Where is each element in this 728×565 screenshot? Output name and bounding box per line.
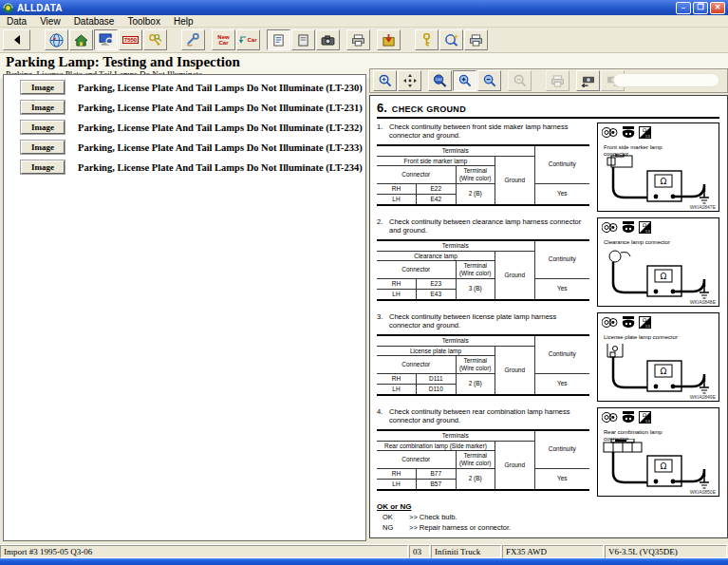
article-link[interactable]: Parking, License Plate And Tail Lamps Do… [78,83,363,93]
pan-button[interactable] [398,70,421,91]
keys-button[interactable] [143,29,167,50]
figure-code: WKIA0848E [690,299,716,305]
status-year: 03 [409,545,430,558]
menu-bar: Data View Database Toolbox Help [0,15,728,28]
zoom-out-button[interactable] [477,70,501,91]
article-list-panel: Image Parking, License Plate And Tail La… [3,74,366,541]
list-item: Image Parking, License Plate And Tail La… [21,160,365,174]
print-button[interactable] [346,29,370,50]
viewer-toolbar: 100 [369,68,728,93]
home-icon [74,34,88,47]
browser-button[interactable] [45,29,68,50]
outline-view-button[interactable] [291,29,315,50]
ohmmeter-icon: Ω1.5 [639,126,651,139]
repair-tools-button[interactable] [181,29,205,50]
continuity-test-drawing: Ω [602,344,725,397]
figure-icons: Ω1.5 [602,411,651,424]
wrench-hand-icon [186,33,200,47]
image-button[interactable]: Image [21,81,65,94]
text-view-button[interactable] [267,29,290,50]
vehicle-lookup-button[interactable] [94,29,118,50]
search-button[interactable] [439,29,463,50]
figure-caption: License plate lamp connector [604,334,685,341]
menu-data[interactable]: Data [0,16,33,27]
globe-icon [49,33,64,47]
step-block-1: 1.Check continuity between front side ma… [377,122,719,212]
prev-image-button[interactable] [576,70,600,91]
svg-text:1.5: 1.5 [645,325,650,329]
connector-pair-icon [602,411,618,424]
article-link[interactable]: Parking, License Plate And Tail Lamps Do… [78,142,363,153]
menu-help[interactable]: Help [167,16,200,27]
recall-car-button[interactable]: Car [236,29,260,50]
import-button[interactable] [377,29,401,50]
figure-icons: Ω1.5 [602,221,651,234]
viewer-content: 6. CHECK GROUND 1.Check continuity betwe… [369,95,728,538]
svg-text:1.5: 1.5 [645,135,650,139]
alldata-logo-icon [3,3,13,13]
printer-gray-icon [551,75,565,87]
minimize-button[interactable]: – [676,2,691,14]
print-setup-button[interactable] [464,29,488,50]
printer2-icon [469,34,483,47]
gold-key-icon [422,33,431,47]
image-button[interactable]: Image [21,101,65,114]
list-item: Image Parking, License Plate And Tail La… [21,121,365,134]
terminals-table: TerminalsContinuity Clearance lampGround… [377,239,589,301]
list-item: Image Parking, License Plate And Tail La… [21,81,365,94]
article-link[interactable]: Parking, License Plate And Tail Lamps Do… [78,162,363,173]
close-button[interactable]: ✕ [710,2,725,14]
access-button[interactable] [415,29,439,50]
list-item: Image Parking, License Plate And Tail La… [21,101,365,114]
image-button[interactable]: Image [21,121,65,134]
result-heading: OK or NG [377,502,719,511]
keys-icon [148,33,162,47]
zoom-window-button[interactable] [373,70,397,91]
ohmmeter-icon: Ω1.5 [639,411,651,424]
svg-text:Ω: Ω [661,272,667,281]
menu-toolbox[interactable]: Toolbox [121,16,166,27]
svg-text:1.5: 1.5 [645,420,650,424]
svg-text:Ω: Ω [643,222,646,228]
restore-button[interactable]: ❐ [693,2,708,14]
content-area: Image Parking, License Plate And Tail La… [0,68,728,544]
step-block-3: 3.Check continuity between license plate… [377,312,719,402]
svg-text:Ω: Ω [643,412,646,418]
zoom-reset-button[interactable] [508,70,532,91]
zoom-100-button[interactable]: 100 [428,70,452,91]
viewer-panel: 100 [369,68,728,544]
title-bar: ALLDATA – ❐ ✕ [0,0,728,15]
figure-frame-4: Ω1.5 Rear combination lamp connector Ω W… [597,407,719,497]
menu-database[interactable]: Database [67,16,121,27]
menu-view[interactable]: View [33,16,67,27]
step-text: 2.Check continuity between clearance lam… [377,217,589,235]
image-button[interactable]: Image [21,141,65,154]
svg-text:Ω: Ω [643,127,646,133]
connector-pair-icon [602,126,618,139]
pan-arrows-icon [403,74,417,87]
parts-labor-button[interactable]: 7550 [119,29,142,50]
import-box-icon [382,33,396,47]
images-button[interactable] [316,29,340,50]
status-model: FX35 AWD [502,545,604,558]
figure-code: WKIA0850E [690,489,716,495]
step-block-4: 4.Check continuity between rear combinat… [377,407,719,497]
article-link[interactable]: Parking, License Plate And Tail Lamps Do… [78,122,363,133]
back-button[interactable] [3,29,30,50]
connector-pair-icon [602,316,618,329]
home-button[interactable] [69,29,93,50]
print-image-button[interactable] [546,70,569,91]
zoom-in-button[interactable] [453,70,476,91]
printer-icon [351,34,365,47]
status-engine: V6-3.5L (VQ35DE) [605,545,727,558]
terminals-table: TerminalsContinuity Front side marker la… [377,144,589,206]
ohmmeter-icon: Ω1.5 [639,221,651,234]
terminals-table: TerminalsContinuity License plate lampGr… [377,334,589,396]
image-button[interactable]: Image [21,160,65,174]
article-link[interactable]: Parking, License Plate And Tail Lamps Do… [78,103,363,113]
zoom-minus-icon [483,74,496,87]
parts-labor-code: 7550 [122,36,139,44]
window-title: ALLDATA [17,3,674,13]
camera-prev-icon [581,75,596,87]
new-car-button[interactable]: NewCar [212,29,235,50]
